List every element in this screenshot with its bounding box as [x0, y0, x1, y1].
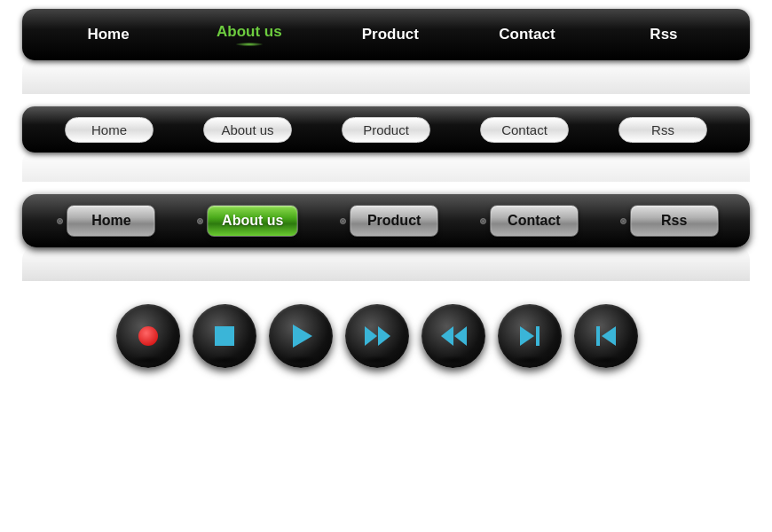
nav1-about[interactable]: About us [201, 18, 298, 51]
nav2-product[interactable]: Product [342, 117, 430, 143]
skipprev-button[interactable] [574, 304, 638, 368]
record-icon [138, 326, 158, 346]
navbar2-wrapper: Home About us Product Contact Rss [22, 106, 750, 182]
play-button[interactable] [269, 304, 333, 368]
nav1-product[interactable]: Product [346, 20, 435, 49]
navbar3-wrapper: Home About us Product Contact Rss [22, 194, 750, 281]
record-button[interactable] [116, 304, 180, 368]
nav3-about-seg: About us [193, 205, 298, 237]
nav3-product[interactable]: Product [350, 205, 438, 237]
nav2-rss[interactable]: Rss [618, 117, 707, 143]
navbar2-reflection [22, 151, 750, 182]
nav2-contact[interactable]: Contact [480, 117, 569, 143]
nav3-home[interactable]: Home [67, 205, 155, 237]
dot-before-about [197, 218, 203, 224]
stop-button[interactable] [193, 304, 256, 368]
rewind-button[interactable] [421, 304, 485, 368]
main-content: Home About us Product Contact Rss Home A… [22, 9, 750, 368]
dot-before-contact [480, 218, 486, 224]
skipprev-icon [596, 326, 616, 346]
navbar1-wrapper: Home About us Product Contact Rss [22, 9, 750, 94]
skipnext-button[interactable] [498, 304, 562, 368]
dot-before-product [340, 218, 346, 224]
nav1-home[interactable]: Home [64, 20, 153, 49]
nav3-about[interactable]: About us [207, 205, 298, 237]
nav3-product-seg: Product [336, 205, 438, 237]
navbar1: Home About us Product Contact Rss [22, 9, 750, 60]
nav3-rss[interactable]: Rss [630, 205, 719, 237]
play-icon [293, 325, 312, 348]
nav1-rss[interactable]: Rss [619, 20, 708, 49]
dot-before-home [57, 218, 63, 224]
nav2-about[interactable]: About us [203, 117, 292, 143]
navbar3-reflection [22, 246, 750, 281]
navbar3: Home About us Product Contact Rss [22, 194, 750, 247]
nav3-rss-seg: Rss [617, 205, 719, 237]
nav1-contact[interactable]: Contact [483, 20, 571, 49]
navbar1-reflection [22, 59, 750, 94]
media-row [116, 304, 638, 368]
dot-before-rss [620, 218, 626, 224]
stop-icon [215, 326, 234, 346]
navbar2: Home About us Product Contact Rss [22, 106, 750, 153]
fastforward-icon [365, 326, 390, 346]
fastforward-button[interactable] [345, 304, 409, 368]
nav2-home[interactable]: Home [65, 117, 154, 143]
rewind-icon [441, 326, 467, 346]
nav3-home-seg: Home [53, 205, 155, 237]
nav3-contact-seg: Contact [477, 205, 579, 237]
skipnext-icon [520, 326, 540, 346]
nav3-contact[interactable]: Contact [490, 205, 579, 237]
